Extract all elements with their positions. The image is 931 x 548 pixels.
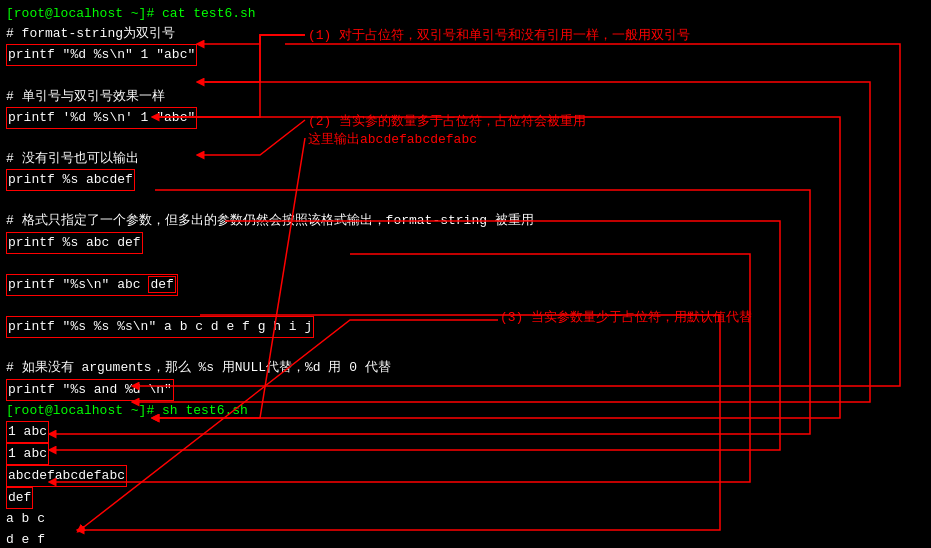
- line-25: a b c: [6, 509, 925, 529]
- line-15: [6, 296, 925, 316]
- line-13: [6, 254, 925, 274]
- line-3: printf "%d %s\n" 1 "abc": [6, 44, 925, 66]
- line-5: # 单引号与双引号效果一样: [6, 87, 925, 107]
- line-1: [root@localhost ~]# cat test6.sh: [6, 4, 925, 24]
- line-6: printf '%d %s\n' 1 "abc": [6, 107, 925, 129]
- line-14: printf "%s\n" abc def: [6, 274, 925, 296]
- line-21: 1 abc: [6, 421, 925, 443]
- terminal: [root@localhost ~]# cat test6.sh # forma…: [0, 0, 931, 548]
- line-17: [6, 338, 925, 358]
- line-24: def: [6, 487, 925, 509]
- code-box-7: printf "%s and %d \n": [6, 379, 174, 401]
- result-box-1: 1 abc: [6, 421, 49, 443]
- result-box-3: abcdefabcdefabc: [6, 465, 127, 487]
- line-16: printf "%s %s %s\n" a b c d e f g h i j: [6, 316, 925, 338]
- line-26: d e f: [6, 530, 925, 548]
- code-box-3: printf %s abcdef: [6, 169, 135, 191]
- line-9: printf %s abcdef: [6, 169, 925, 191]
- line-19: printf "%s and %d \n": [6, 379, 925, 401]
- code-box-5: printf "%s\n" abc def: [6, 274, 178, 296]
- line-23: abcdefabcdefabc: [6, 465, 925, 487]
- line-4: [6, 66, 925, 86]
- line-7: [6, 129, 925, 149]
- line-12: printf %s abc def: [6, 232, 925, 254]
- line-22: 1 abc: [6, 443, 925, 465]
- line-10: [6, 191, 925, 211]
- code-box-4: printf %s abc def: [6, 232, 143, 254]
- line-8: # 没有引号也可以输出: [6, 149, 925, 169]
- code-box-2: printf '%d %s\n' 1 "abc": [6, 107, 197, 129]
- result-box-4: def: [6, 487, 33, 509]
- line-20: [root@localhost ~]# sh test6.sh: [6, 401, 925, 421]
- line-18: # 如果没有 arguments，那么 %s 用NULL代替，%d 用 0 代替: [6, 358, 925, 378]
- code-box-1: printf "%d %s\n" 1 "abc": [6, 44, 197, 66]
- code-box-6: printf "%s %s %s\n" a b c d e f g h i j: [6, 316, 314, 338]
- line-2: # format-string为双引号: [6, 24, 925, 44]
- result-box-2: 1 abc: [6, 443, 49, 465]
- line-11: # 格式只指定了一个参数，但多出的参数仍然会按照该格式输出，format-str…: [6, 211, 925, 231]
